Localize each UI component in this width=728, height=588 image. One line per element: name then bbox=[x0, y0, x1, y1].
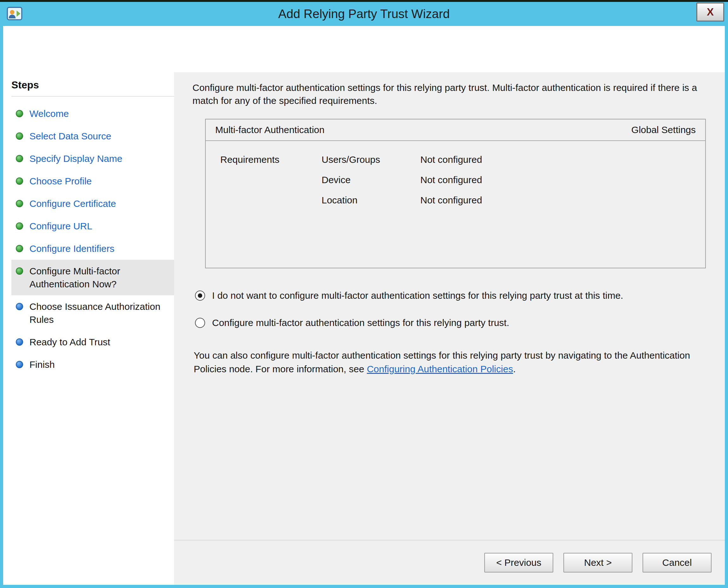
steps-separator bbox=[12, 96, 174, 97]
global-settings-label: Global Settings bbox=[632, 125, 696, 135]
step-done-icon bbox=[16, 132, 23, 140]
main-body: Configure multi-factor authentication se… bbox=[174, 72, 725, 540]
step-done-icon bbox=[16, 245, 23, 252]
sidebar-item-choose-profile[interactable]: Choose Profile bbox=[12, 170, 174, 192]
steps-heading: Steps bbox=[12, 79, 174, 91]
sidebar-item-specify-display-name[interactable]: Specify Display Name bbox=[12, 147, 174, 170]
radio-label: I do not want to configure multi-factor … bbox=[212, 289, 623, 302]
next-button[interactable]: Next > bbox=[564, 553, 633, 572]
step-todo-icon bbox=[16, 338, 23, 345]
window-title: Add Relying Party Trust Wizard bbox=[0, 7, 728, 21]
step-label: Finish bbox=[29, 358, 55, 371]
device-status: Not configured bbox=[420, 174, 705, 185]
location-label: Location bbox=[322, 195, 420, 206]
footer-button-bar: < Previous Next > Cancel bbox=[174, 540, 725, 585]
step-done-icon bbox=[16, 110, 23, 117]
sidebar-item-finish: Finish bbox=[12, 353, 174, 376]
sidebar-item-configure-mfa-now: Configure Multi-factor Authentication No… bbox=[12, 260, 174, 295]
step-done-icon bbox=[16, 155, 23, 162]
step-current-icon bbox=[16, 267, 23, 275]
radio-selected-icon[interactable] bbox=[195, 291, 205, 301]
requirements-label: Requirements bbox=[220, 154, 322, 165]
radio-configure-mfa[interactable]: Configure multi-factor authentication se… bbox=[195, 316, 710, 330]
table-row: Location Not configured bbox=[220, 195, 705, 206]
step-label: Configure Multi-factor Authentication No… bbox=[29, 265, 171, 291]
step-label: Configure Identifiers bbox=[29, 242, 114, 255]
sidebar-item-configure-url[interactable]: Configure URL bbox=[12, 215, 174, 237]
footnote-after: . bbox=[513, 364, 515, 374]
mfa-panel-header: Multi-factor Authentication Global Setti… bbox=[206, 120, 705, 140]
footnote-text: You can also configure multi-factor auth… bbox=[194, 349, 710, 376]
wizard-window: Add Relying Party Trust Wizard X Steps W… bbox=[0, 0, 728, 588]
step-done-icon bbox=[16, 177, 23, 185]
step-label: Configure URL bbox=[29, 219, 92, 233]
window-body: Steps Welcome Select Data Source Specify… bbox=[3, 26, 725, 585]
step-label: Welcome bbox=[29, 107, 69, 120]
users-groups-label: Users/Groups bbox=[322, 154, 420, 165]
cancel-button[interactable]: Cancel bbox=[642, 553, 711, 572]
sidebar-item-choose-issuance-authorization-rules: Choose Issuance Authorization Rules bbox=[12, 295, 174, 331]
radio-do-not-configure-mfa[interactable]: I do not want to configure multi-factor … bbox=[195, 289, 710, 302]
mfa-panel-title: Multi-factor Authentication bbox=[215, 125, 325, 135]
step-todo-icon bbox=[16, 303, 23, 310]
header-band bbox=[3, 26, 725, 72]
step-label: Ready to Add Trust bbox=[29, 336, 110, 349]
mfa-panel-rows: Requirements Users/Groups Not configured… bbox=[206, 141, 705, 206]
configuring-authentication-policies-link[interactable]: Configuring Authentication Policies bbox=[367, 364, 513, 374]
empty-cell bbox=[220, 195, 322, 206]
device-label: Device bbox=[322, 174, 420, 185]
mfa-settings-panel: Multi-factor Authentication Global Setti… bbox=[205, 119, 706, 268]
users-groups-status: Not configured bbox=[420, 154, 705, 165]
sidebar-item-select-data-source[interactable]: Select Data Source bbox=[12, 125, 174, 147]
steps-sidebar: Steps Welcome Select Data Source Specify… bbox=[3, 72, 174, 585]
table-row: Device Not configured bbox=[220, 174, 705, 185]
step-label: Choose Issuance Authorization Rules bbox=[29, 300, 171, 326]
close-button[interactable]: X bbox=[696, 2, 724, 22]
empty-cell bbox=[220, 174, 322, 185]
step-todo-icon bbox=[16, 361, 23, 368]
sidebar-item-configure-certificate[interactable]: Configure Certificate bbox=[12, 192, 174, 215]
step-label: Choose Profile bbox=[29, 174, 92, 188]
sidebar-item-welcome[interactable]: Welcome bbox=[12, 102, 174, 125]
intro-text: Configure multi-factor authentication se… bbox=[193, 81, 710, 107]
main-content: Configure multi-factor authentication se… bbox=[174, 72, 725, 585]
sidebar-item-ready-to-add-trust: Ready to Add Trust bbox=[12, 331, 174, 353]
step-label: Configure Certificate bbox=[29, 197, 116, 210]
radio-label: Configure multi-factor authentication se… bbox=[212, 316, 509, 330]
table-row: Requirements Users/Groups Not configured bbox=[220, 154, 705, 165]
step-label: Specify Display Name bbox=[29, 152, 122, 165]
location-status: Not configured bbox=[420, 195, 705, 206]
sidebar-item-configure-identifiers[interactable]: Configure Identifiers bbox=[12, 237, 174, 260]
previous-button[interactable]: < Previous bbox=[484, 553, 553, 572]
step-done-icon bbox=[16, 200, 23, 207]
step-done-icon bbox=[16, 223, 23, 230]
content-area: Steps Welcome Select Data Source Specify… bbox=[3, 72, 725, 585]
step-label: Select Data Source bbox=[29, 130, 111, 143]
radio-unselected-icon[interactable] bbox=[195, 318, 205, 328]
titlebar: Add Relying Party Trust Wizard X bbox=[0, 2, 728, 26]
